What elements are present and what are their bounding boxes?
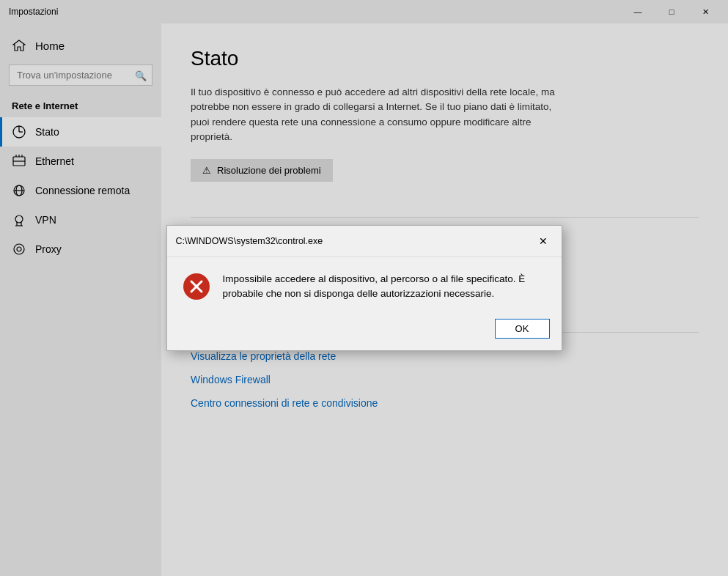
dialog-footer: OK — [167, 313, 562, 350]
dialog-overlay: C:\WINDOWS\system32\control.exe ✕ Imposs… — [0, 0, 728, 576]
dialog-ok-button[interactable]: OK — [495, 319, 550, 339]
error-icon — [182, 272, 211, 301]
dialog-body: Impossibile accedere al dispositivo, al … — [167, 257, 562, 314]
dialog-message: Impossibile accedere al dispositivo, al … — [223, 272, 547, 302]
dialog-title: C:\WINDOWS\system32\control.exe — [176, 236, 323, 246]
dialog-titlebar: C:\WINDOWS\system32\control.exe ✕ — [167, 226, 562, 257]
error-dialog: C:\WINDOWS\system32\control.exe ✕ Imposs… — [166, 225, 562, 352]
dialog-close-button[interactable]: ✕ — [534, 232, 553, 251]
